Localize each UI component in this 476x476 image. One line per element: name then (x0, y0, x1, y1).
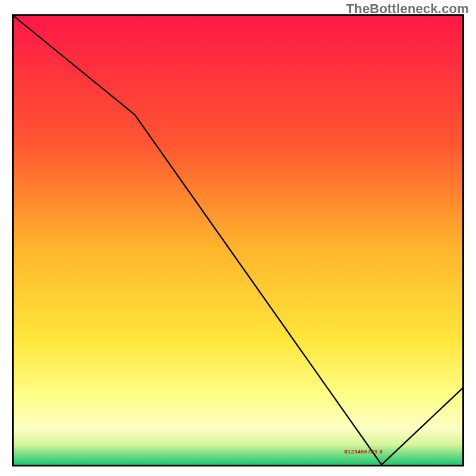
watermark-text: TheBottleneck.com (346, 1, 469, 17)
chart-svg: 0123456789 0 (14, 16, 462, 465)
plot-area: 0123456789 0 (12, 14, 464, 466)
minimum-annotation: 0123456789 0 (345, 449, 383, 455)
gradient-background (14, 16, 462, 465)
chart-container: TheBottleneck.com 0123456789 0 (0, 0, 476, 476)
